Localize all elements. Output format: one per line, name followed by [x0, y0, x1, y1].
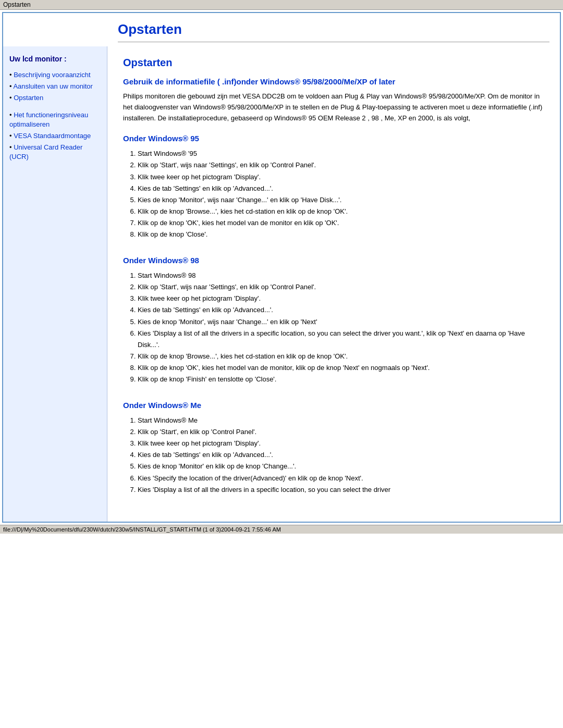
page-title: Opstarten — [118, 21, 549, 38]
winMe-heading: Onder Windows® Me — [123, 401, 544, 410]
windows98-section: Onder Windows® 98 Start Windows® 98 Klik… — [123, 256, 544, 385]
list-item: Kies de tab 'Settings' en klik op 'Advan… — [138, 449, 544, 461]
list-item: Klik twee keer op het pictogram 'Display… — [138, 293, 544, 304]
list-item: Klik op 'Start', wijs naar 'Settings', e… — [138, 281, 544, 293]
header-divider — [118, 42, 549, 42]
content-area: Opstarten Gebruik de informatiefile ( .i… — [107, 46, 560, 522]
win98-steps: Start Windows® 98 Klik op 'Start', wijs … — [138, 270, 544, 385]
status-bar-text: file:///D|/My%20Documents/dfu/230W/dutch… — [3, 526, 281, 533]
status-bar: file:///D|/My%20Documents/dfu/230W/dutch… — [0, 525, 563, 534]
list-item: Kies de knop 'Monitor', wijs naar 'Chang… — [138, 194, 544, 206]
list-item: Start Windows® '95 — [138, 148, 544, 159]
main-layout: Uw lcd monitor : Beschrijving vooraanzic… — [3, 46, 560, 522]
list-item: Klik op de knop 'Browse...', kies het cd… — [138, 351, 544, 362]
sidebar: Uw lcd monitor : Beschrijving vooraanzic… — [3, 46, 107, 522]
list-item: Klik op 'Start', en klik op 'Control Pan… — [138, 426, 544, 438]
list-item: Klik op de knop 'Finish' en tenslotte op… — [138, 374, 544, 385]
sidebar-link-vesa[interactable]: VESA Standaardmontage — [14, 132, 91, 140]
list-item: Klik op 'Start', wijs naar 'Settings', e… — [138, 159, 544, 171]
title-bar: Opstarten — [0, 0, 563, 10]
list-item: Kies 'Specify the location of the driver… — [138, 473, 544, 484]
sidebar-item-aansluiten[interactable]: Aansluiten van uw monitor — [9, 82, 101, 91]
list-item: Kies 'Display a list of all the drivers … — [138, 328, 544, 351]
list-item: Start Windows® Me — [138, 415, 544, 426]
page-wrapper: Opstarten Uw lcd monitor : Beschrijving … — [2, 12, 561, 523]
sidebar-link-opstarten[interactable]: Opstarten — [14, 94, 43, 102]
page-header: Opstarten — [3, 13, 560, 46]
list-item: Klik twee keer op het pictogram 'Display… — [138, 171, 544, 183]
sidebar-item-vesa[interactable]: VESA Standaardmontage — [9, 131, 101, 141]
sidebar-item-beschrijving[interactable]: Beschrijving vooraanzicht — [9, 70, 101, 80]
content-title: Opstarten — [123, 57, 544, 69]
sidebar-nav: Beschrijving vooraanzicht Aansluiten van… — [9, 70, 101, 162]
windows95-section: Onder Windows® 95 Start Windows® '95 Kli… — [123, 134, 544, 240]
sidebar-link-beschrijving[interactable]: Beschrijving vooraanzicht — [14, 71, 90, 79]
list-item: Start Windows® 98 — [138, 270, 544, 281]
sidebar-item-functionering[interactable]: Het functioneringsniveau optimaliseren — [9, 110, 101, 129]
sidebar-heading: Uw lcd monitor : — [9, 55, 101, 63]
sidebar-item-ucr[interactable]: Universal Card Reader (UCR) — [9, 143, 101, 162]
sidebar-item-opstarten[interactable]: Opstarten — [9, 93, 101, 103]
list-item: Klik op de knop 'Close'. — [138, 229, 544, 240]
list-item: Kies de tab 'Settings' en klik op 'Advan… — [138, 304, 544, 316]
infofile-heading: Gebruik de informatiefile ( .inf)onder W… — [123, 77, 544, 86]
win98-heading: Onder Windows® 98 — [123, 256, 544, 265]
win95-steps: Start Windows® '95 Klik op 'Start', wijs… — [138, 148, 544, 240]
list-item: Kies de tab 'Settings' en klik op 'Advan… — [138, 183, 544, 194]
sidebar-link-functionering[interactable]: Het functioneringsniveau optimaliseren — [9, 111, 88, 128]
list-item: Klik op de knop 'OK', kies het model van… — [138, 362, 544, 374]
intro-text: Philips monitoren die gebouwd zijn met V… — [123, 91, 544, 124]
list-item: Kies de knop 'Monitor' en klik op de kno… — [138, 461, 544, 472]
list-item: Klik twee keer op het pictogram 'Display… — [138, 438, 544, 449]
sidebar-link-ucr[interactable]: Universal Card Reader (UCR) — [9, 143, 82, 161]
windowsMe-section: Onder Windows® Me Start Windows® Me Klik… — [123, 401, 544, 496]
win95-heading: Onder Windows® 95 — [123, 134, 544, 143]
winMe-steps: Start Windows® Me Klik op 'Start', en kl… — [138, 415, 544, 496]
list-item: Kies 'Display a list of all the drivers … — [138, 484, 544, 496]
list-item: Klik op de knop 'OK', kies het model van… — [138, 217, 544, 229]
sidebar-link-aansluiten[interactable]: Aansluiten van uw monitor — [13, 82, 92, 90]
list-item: Kies de knop 'Monitor', wijs naar 'Chang… — [138, 316, 544, 328]
list-item: Klik op de knop 'Browse...', kies het cd… — [138, 206, 544, 217]
title-bar-text: Opstarten — [3, 1, 31, 8]
